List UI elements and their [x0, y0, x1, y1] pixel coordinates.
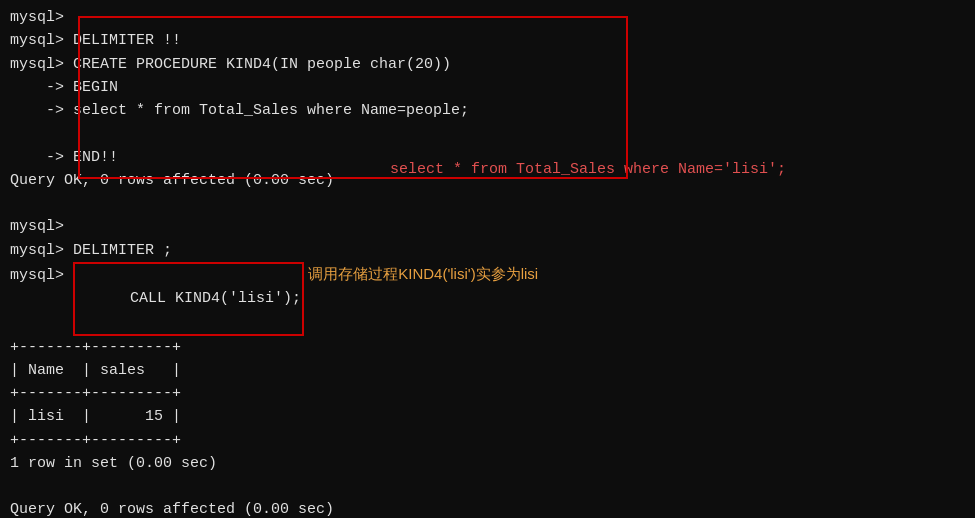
line-5: -> select * from Total_Sales where Name=…	[10, 99, 965, 122]
cmd-begin: BEGIN	[64, 76, 118, 99]
line-8: mysql> DELIMITER ;	[10, 239, 965, 262]
arrow: ->	[10, 76, 64, 99]
line-blank-2	[10, 192, 965, 215]
prompt: mysql>	[10, 29, 64, 52]
table-line-2: | Name | sales |	[10, 359, 965, 382]
arrow: ->	[10, 146, 64, 169]
table-border-2: +-------+---------+	[10, 382, 181, 405]
call-box: CALL KIND4('lisi');	[73, 262, 304, 336]
table-border-1: +-------+---------+	[10, 336, 181, 359]
arrow: ->	[10, 99, 64, 122]
rowset-text: 1 row in set (0.00 sec)	[10, 452, 217, 475]
line-3: mysql> CREATE PROCEDURE KIND4(IN people …	[10, 53, 965, 76]
line-1: mysql>	[10, 6, 965, 29]
annotation-call: 调用存储过程KIND4('lisi')实参为lisi	[304, 262, 538, 285]
cmd-select: select * from Total_Sales where Name=peo…	[64, 99, 469, 122]
table-line-1: +-------+---------+	[10, 336, 965, 359]
line-query-ok-2: Query OK, 0 rows affected (0.00 sec)	[10, 498, 965, 518]
line-blank-1	[10, 122, 965, 145]
cmd-delimiter: DELIMITER !!	[64, 29, 181, 52]
annotation-select-text: select * from Total_Sales where Name='li…	[390, 161, 786, 178]
prompt: mysql>	[10, 53, 64, 76]
prompt: mysql>	[10, 215, 64, 238]
query-ok-text: Query OK, 0 rows affected (0.00 sec)	[10, 169, 334, 192]
line-9: mysql> CALL KIND4('lisi'); 调用存储过程KIND4('…	[10, 262, 965, 336]
line-blank-3	[10, 475, 965, 498]
terminal: mysql> mysql> DELIMITER !! mysql> CREATE…	[0, 0, 975, 518]
cmd-pre	[64, 264, 73, 287]
table-line-5: +-------+---------+	[10, 429, 965, 452]
line-2: mysql> DELIMITER !!	[10, 29, 965, 52]
table-header: | Name | sales |	[10, 359, 181, 382]
cmd-create: CREATE PROCEDURE KIND4(IN people char(20…	[64, 53, 451, 76]
cmd-end: END!!	[64, 146, 118, 169]
table-border-3: +-------+---------+	[10, 429, 181, 452]
annotation-select: select * from Total_Sales where Name='li…	[390, 158, 786, 181]
table-line-3: +-------+---------+	[10, 382, 965, 405]
table-data: | lisi | 15 |	[10, 405, 181, 428]
query-ok-text-2: Query OK, 0 rows affected (0.00 sec)	[10, 498, 334, 518]
line-4: -> BEGIN	[10, 76, 965, 99]
cmd-call: CALL KIND4('lisi');	[130, 290, 301, 307]
prompt: mysql>	[10, 239, 64, 262]
table-line-4: | lisi | 15 |	[10, 405, 965, 428]
line-7: mysql>	[10, 215, 965, 238]
prompt: mysql>	[10, 6, 64, 29]
line-rowset: 1 row in set (0.00 sec)	[10, 452, 965, 475]
cmd-delimiter2: DELIMITER ;	[64, 239, 172, 262]
prompt: mysql>	[10, 264, 64, 287]
